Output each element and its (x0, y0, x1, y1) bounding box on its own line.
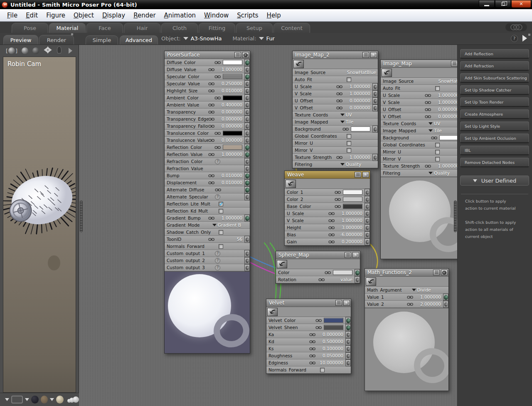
checkbox[interactable] (219, 230, 223, 235)
hand-camera-icon[interactable] (57, 46, 62, 55)
color-swatch[interactable] (223, 74, 242, 79)
param-value[interactable]: 0.000000 (217, 138, 242, 143)
poser-surface-highlight_size-plug[interactable] (244, 87, 250, 94)
param-value[interactable]: 0.400000 (217, 102, 242, 107)
checkbox[interactable] (435, 143, 440, 147)
poser-surface-toonid-plug[interactable] (244, 236, 250, 243)
checkbox[interactable] (435, 86, 440, 91)
param-value[interactable]: 1.000000 (217, 67, 242, 72)
face-camera-icon[interactable] (32, 47, 39, 54)
param-value[interactable]: 1.000000 (337, 218, 362, 223)
weave-bias-plug[interactable] (365, 231, 370, 238)
velvet-output-icon[interactable] (267, 308, 278, 316)
weave-output-icon[interactable] (286, 180, 296, 188)
color-swatch[interactable] (333, 270, 352, 275)
dropdown-control[interactable]: Quality (429, 171, 457, 176)
right-splitter-grip[interactable] (454, 201, 457, 232)
user-defined-button[interactable]: User Defined (460, 176, 529, 186)
weave-color_1-plug[interactable] (365, 189, 370, 196)
background-color-swatch[interactable] (31, 396, 39, 404)
poser-surface-refraction_color-plug[interactable] (244, 158, 250, 165)
menu-display[interactable]: Display (99, 11, 129, 20)
math-functions-2-preview-toggle-icon[interactable] (441, 270, 448, 275)
param-value[interactable]: 0.000000 (433, 107, 457, 112)
weave-u_scale-plug[interactable] (365, 210, 370, 217)
param-value[interactable]: 0.010000 (217, 180, 242, 185)
weave-preview-toggle-icon[interactable] (362, 172, 369, 178)
poser-surface-preview-toggle-icon[interactable] (242, 52, 249, 58)
image-map-header[interactable]: Image_Map (381, 60, 457, 68)
material-dropdown-icon[interactable] (259, 37, 264, 40)
param-value[interactable]: 1.000000 (217, 152, 242, 157)
collapse-arrow-icon[interactable] (522, 35, 527, 42)
param-value[interactable]: 1.000000 (433, 93, 457, 98)
param-value[interactable]: 1.000000 (415, 295, 441, 300)
velvet-velvet_sheen-plug[interactable] (345, 324, 351, 331)
param-value[interactable]: 0.000000 (217, 124, 242, 129)
checkbox[interactable] (347, 148, 351, 153)
tab-render[interactable]: Render (39, 35, 74, 45)
checkbox[interactable] (347, 77, 351, 82)
move-axis-camera-icon[interactable] (43, 46, 52, 55)
checkbox[interactable] (347, 141, 351, 146)
param-value[interactable]: 1.000000 (337, 211, 362, 216)
dropdown-control[interactable]: Tile (340, 119, 376, 124)
menu-file[interactable]: File (3, 11, 21, 20)
poser-surface-translucence_color-plug[interactable] (244, 130, 250, 137)
tab-preview[interactable]: Preview (3, 35, 38, 45)
tab-pose[interactable]: Pose (12, 23, 48, 33)
dropdown-control[interactable]: UV (429, 121, 457, 126)
image-map-output-icon[interactable] (382, 69, 392, 77)
sphere-map-color-plug[interactable] (355, 269, 360, 276)
close-button[interactable]: ✕ (511, 0, 531, 8)
sidebar-button-add-refraction[interactable]: Add Refraction (460, 61, 529, 70)
math-functions-2-output-icon[interactable] (366, 277, 376, 286)
tab-hair[interactable]: Hair (124, 23, 160, 33)
sphere-map-rotation-plug[interactable] (355, 276, 360, 283)
tab-simple[interactable]: Simple (86, 35, 118, 45)
param-value[interactable]: 0.010000 (217, 88, 242, 93)
sphere-map-output-icon[interactable] (277, 260, 287, 268)
math-functions-2-menu-icon[interactable] (433, 270, 440, 275)
dropdown-control[interactable]: Divide (412, 287, 447, 292)
menu-scripts[interactable]: Scripts (233, 11, 262, 20)
poser-surface-menu-icon[interactable] (234, 52, 241, 58)
velvet-velvet_color-plug[interactable] (345, 317, 351, 324)
shader-node-editor[interactable]: PoserSurfaceDiffuse_ColorDiffuse_Value1.… (79, 45, 457, 406)
preview-viewport[interactable]: Robin Cam (3, 57, 76, 393)
object-value[interactable]: A3-SnowHa (191, 35, 222, 42)
left-splitter-grip[interactable] (80, 201, 83, 232)
color-swatch[interactable] (343, 197, 362, 202)
color-swatch[interactable] (223, 95, 242, 100)
weave-base_color-plug[interactable] (365, 203, 370, 210)
velvet-kd-plug[interactable] (345, 338, 351, 345)
sidebar-button-remove-detached-nodes[interactable]: Remove Detached Nodes (460, 158, 529, 167)
color-swatch[interactable] (324, 325, 343, 330)
restore-button[interactable] (495, 0, 511, 8)
poser-surface-specular_value-plug[interactable] (244, 80, 250, 87)
checkbox[interactable] (347, 134, 351, 139)
param-value[interactable]: -6.000000 (337, 232, 362, 237)
tab-face[interactable]: Face (86, 23, 123, 33)
weave-menu-icon[interactable] (355, 172, 361, 178)
velvet-ka-plug[interactable] (345, 331, 351, 338)
dropdown-control[interactable]: Gradient B (212, 223, 248, 228)
poser-surface-ambient_value-plug[interactable] (244, 102, 250, 109)
minimize-button[interactable] (479, 0, 495, 8)
menu-figure[interactable]: Figure (42, 11, 69, 20)
velvet-header[interactable]: Velvet (266, 299, 351, 307)
menu-edit[interactable]: Edit (22, 11, 42, 20)
param-value[interactable]: 0.500000 (318, 339, 343, 344)
param-value[interactable]: 0.000000 (318, 332, 343, 337)
param-value[interactable]: 0.000000 (345, 105, 370, 110)
param-value[interactable]: 1.000000 (217, 215, 242, 220)
param-value[interactable]: 0.250000 (217, 81, 242, 86)
math-functions-2-value_1-plug[interactable] (443, 294, 448, 301)
param-value[interactable]: 0.000000 (217, 116, 242, 121)
image-map-2-preview-toggle-icon[interactable] (370, 52, 377, 58)
color-swatch[interactable] (439, 135, 457, 140)
poser-surface-translucence_value-plug[interactable] (244, 137, 250, 144)
poser-surface-bump-plug[interactable] (244, 172, 250, 179)
image-map-2-v_scale-plug[interactable] (372, 90, 378, 97)
poser-surface-alternate_specular-plug[interactable] (244, 193, 250, 201)
